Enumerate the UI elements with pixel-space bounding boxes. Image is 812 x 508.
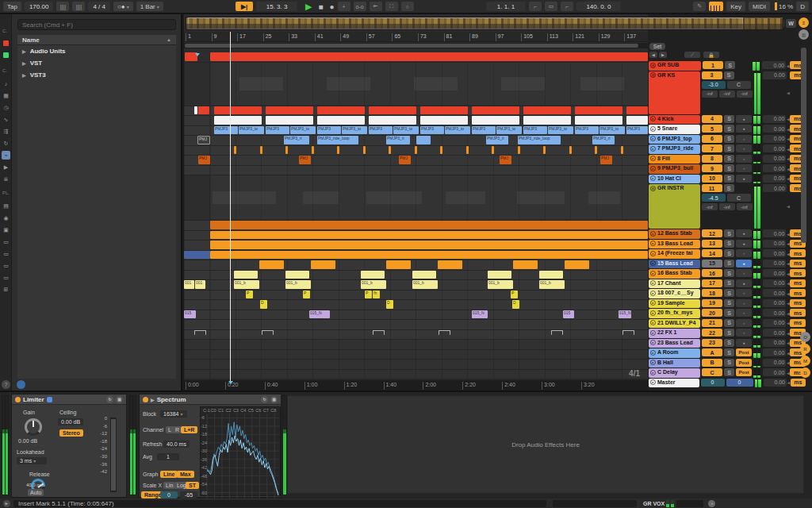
- clip[interactable]: [518, 146, 520, 155]
- track-fold-icon[interactable]: ▸: [650, 156, 656, 161]
- solo-button[interactable]: S: [724, 240, 734, 248]
- clip[interactable]: PMJ: [198, 156, 210, 164]
- disclosure-icon[interactable]: ▶: [22, 60, 26, 66]
- save-preset-icon[interactable]: ▣: [270, 396, 278, 403]
- arm-button[interactable]: ●: [736, 260, 752, 267]
- range-hi-value[interactable]: -65: [180, 491, 197, 498]
- clip[interactable]: [303, 191, 339, 205]
- track-name[interactable]: ▸Master: [649, 379, 699, 388]
- delay-unit-button[interactable]: ms: [790, 289, 806, 297]
- track-fold-icon[interactable]: ▸: [650, 310, 656, 316]
- arrangement-position-field[interactable]: 15. 3. 3: [256, 2, 297, 11]
- send-field[interactable]: -inf: [737, 203, 753, 210]
- punch-in-icon[interactable]: ⌐: [529, 2, 542, 11]
- track-activator[interactable]: 22: [702, 329, 722, 337]
- clip[interactable]: [312, 146, 314, 155]
- hot-swap-icon[interactable]: ↻: [106, 396, 113, 403]
- device-activator-icon[interactable]: [15, 397, 21, 402]
- send-field[interactable]: -inf: [737, 90, 753, 98]
- track-row[interactable]: ▸19 Sample19S●0.00◀ms: [649, 299, 806, 309]
- solo-button[interactable]: S: [724, 249, 734, 257]
- delay-unit-button[interactable]: ms: [791, 379, 806, 387]
- track-delay-field[interactable]: 0.00: [763, 368, 787, 376]
- track-activator[interactable]: 3: [702, 71, 722, 79]
- track-delay-field[interactable]: 0.00: [763, 125, 787, 133]
- clip[interactable]: 015_N: [619, 310, 631, 319]
- track-row[interactable]: ▸B HallBSPost0.00◀ms: [649, 359, 806, 368]
- hot-swap-icon[interactable]: ↻: [261, 396, 268, 403]
- track-delay-field[interactable]: 0.00: [762, 61, 786, 69]
- clip[interactable]: [266, 106, 313, 115]
- volume-field[interactable]: -3.0: [702, 81, 726, 89]
- track-fold-icon[interactable]: ▸: [650, 350, 656, 356]
- solo-button[interactable]: S: [724, 115, 734, 123]
- clip[interactable]: PMJP3_to: [445, 126, 470, 135]
- track-row[interactable]: ▸4 Kick4S●0.00◀ms: [649, 115, 806, 125]
- new-button[interactable]: +: [338, 2, 350, 11]
- solo-button[interactable]: S: [724, 175, 734, 183]
- clip[interactable]: 001: [195, 280, 205, 289]
- track-activator[interactable]: 11: [702, 184, 722, 192]
- clip[interactable]: [543, 146, 546, 155]
- clip[interactable]: PMJP3_ri: [486, 136, 508, 144]
- track-fold-icon[interactable]: ▸: [650, 379, 656, 385]
- scalex-st-button[interactable]: ST: [186, 482, 199, 489]
- arrangement-start-marker[interactable]: [228, 381, 233, 384]
- track-row[interactable]: ▸6 PMJP3_top6S●0.00◀ms: [649, 135, 806, 144]
- send-field[interactable]: -inf: [719, 203, 735, 210]
- clip[interactable]: PMJP3: [317, 126, 341, 135]
- clip[interactable]: PMJP3_ride_loop: [317, 136, 358, 144]
- auto-button[interactable]: Auto: [28, 489, 44, 496]
- track-activator[interactable]: 16: [702, 269, 722, 277]
- clip[interactable]: [492, 146, 494, 155]
- track-name[interactable]: ◎GR SUB: [649, 61, 701, 71]
- track-delay-field[interactable]: 0.00: [763, 279, 787, 287]
- scroll-thumb[interactable]: [185, 44, 638, 48]
- range-lo-value[interactable]: 0: [160, 491, 178, 498]
- solo-button[interactable]: S: [724, 319, 734, 327]
- track-activator[interactable]: 14: [702, 249, 722, 257]
- browser-item-audio-units[interactable]: ▶Audio Units: [17, 45, 176, 57]
- track-activator[interactable]: 21: [702, 319, 722, 327]
- group-fold-icon[interactable]: ◎: [650, 72, 656, 78]
- clip[interactable]: 001: [184, 280, 194, 289]
- track-fold-icon[interactable]: ▸: [650, 116, 656, 121]
- solo-button[interactable]: S: [724, 260, 734, 267]
- track-name[interactable]: ▸C Delay: [649, 368, 700, 378]
- clip[interactable]: [214, 106, 262, 115]
- track-name[interactable]: ▸10 Hat Cl: [649, 175, 700, 184]
- track-name[interactable]: ▸12 Bass Stab: [649, 229, 700, 239]
- gain-knob[interactable]: [25, 418, 42, 436]
- current-project-icon[interactable]: ▣: [2, 225, 10, 234]
- disclosure-icon[interactable]: ▶: [22, 48, 26, 54]
- clip[interactable]: [317, 106, 365, 115]
- clip[interactable]: [198, 106, 209, 115]
- drop-audio-effects-area[interactable]: Drop Audio Effects Here: [287, 395, 804, 494]
- track-activator[interactable]: 5: [702, 125, 722, 133]
- clip[interactable]: [386, 260, 411, 269]
- clip[interactable]: 015_N: [309, 310, 330, 319]
- arm-button[interactable]: ●: [736, 269, 752, 277]
- browser-search-input[interactable]: Search (Cmd + F): [17, 19, 176, 30]
- browser-item-vst[interactable]: ▶VST: [17, 57, 176, 69]
- clip[interactable]: [389, 146, 391, 155]
- arm-button[interactable]: ●: [736, 249, 752, 257]
- stereo-button[interactable]: Stereo: [59, 429, 83, 437]
- arm-button[interactable]: ●: [736, 125, 752, 133]
- solo-button[interactable]: S: [724, 279, 734, 287]
- arm-button[interactable]: ●: [736, 115, 752, 123]
- clip[interactable]: [210, 231, 648, 240]
- track-activator[interactable]: 4: [702, 115, 722, 123]
- clip[interactable]: [575, 106, 622, 115]
- arm-button[interactable]: ●: [736, 164, 752, 172]
- solo-button[interactable]: S: [724, 359, 734, 367]
- overdub-icon[interactable]: o-o: [354, 2, 366, 11]
- track-activator[interactable]: 20: [702, 309, 722, 317]
- arm-button[interactable]: ●: [736, 155, 752, 163]
- track-row[interactable]: ▸8 Fill8S●0.00◀ms: [649, 155, 806, 164]
- ceiling-value[interactable]: 0.00 dB: [58, 418, 83, 425]
- clip[interactable]: [366, 191, 422, 205]
- arm-button[interactable]: ●: [736, 229, 752, 237]
- solo-button[interactable]: S: [724, 299, 734, 307]
- solo-button[interactable]: S: [724, 184, 734, 192]
